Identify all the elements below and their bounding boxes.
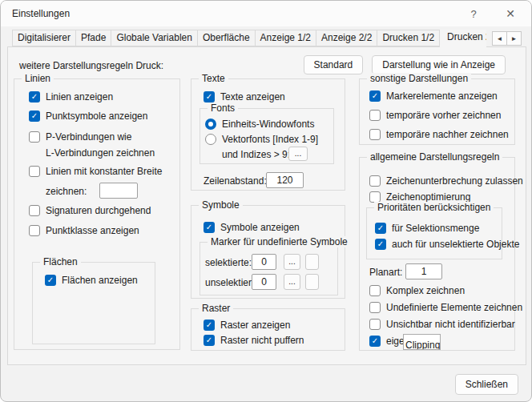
checkbox-unsichtbar[interactable]: Unsichtbar nicht identifizierbar [369,319,515,330]
checkbox-label[interactable]: Linien mit konstanter Breite [46,166,162,177]
checkbox-undefinierte-elemente[interactable]: Undefinierte Elemente zeichnen [369,302,522,313]
checkbox-unchecked-icon[interactable] [369,110,381,121]
checkbox-label[interactable]: Symbole anzeigen [220,222,300,233]
checkbox-unchecked-icon[interactable] [369,285,381,296]
tab-digitalisierer[interactable]: Digitalisierer [12,30,76,46]
checkbox-checked-icon[interactable] [375,223,386,234]
unselektierte-ellipsis-button[interactable]: ... [284,274,300,290]
checkbox-auch-unselektierte[interactable]: auch für unselektierte Objekte [375,239,519,250]
planart-input[interactable] [405,263,442,279]
close-icon[interactable]: ✕ [494,1,526,26]
checkbox-temporaere-vorher[interactable]: temporäre vorher zeichnen [369,110,501,121]
tab-anzeige-2-2[interactable]: Anzeige 2/2 [316,30,377,46]
radio-label[interactable]: Einheits-Windowfonts [222,119,314,130]
checkbox-raster-anzeigen[interactable]: Raster anzeigen [204,320,290,331]
vektorfonts-ellipsis-button[interactable]: ... [288,147,308,161]
checkbox-label[interactable]: Signaturen durchgehend [46,205,151,216]
radio-einheits-windowfonts[interactable]: Einheits-Windowfonts [205,119,314,130]
tab-pfade[interactable]: Pfade [75,30,111,46]
clipping-edit-box[interactable]: Clipping [403,334,441,350]
checkbox-label[interactable]: auch für unselektierte Objekte [392,239,519,250]
checkbox-komplex-zeichnen[interactable]: Komplex zeichnen [369,285,465,296]
checkbox-label[interactable]: Undefinierte Elemente zeichnen [386,302,522,313]
checkbox-checked-icon[interactable] [375,239,386,250]
checkbox-unchecked-icon[interactable] [29,131,40,143]
radio-unselected-icon[interactable] [205,134,216,145]
checkbox-label[interactable]: Zeichenoptimierung [386,191,470,203]
checkbox-label[interactable]: temporäre vorher zeichnen [386,110,501,121]
checkbox-p-verbindungen[interactable]: P-Verbindungen wie [29,131,131,143]
checkbox-label[interactable]: Raster nicht puffern [220,335,304,346]
checkbox-checked-icon[interactable] [204,222,215,233]
zeilenabstand-input[interactable] [266,172,304,188]
checkbox-label[interactable]: Zeichenunterbrechung zulassen [386,175,523,187]
selektierte-preview-box[interactable] [305,254,319,270]
checkbox-unchecked-icon[interactable] [369,129,381,140]
checkbox-zeichenoptimierung[interactable]: Zeichenoptimierung [369,191,470,203]
checkbox-label[interactable]: Komplex zeichnen [386,285,465,296]
checkbox-flaechen-anzeigen[interactable]: Flächen anzeigen [45,275,138,286]
checkbox-raster-nicht-puffern[interactable]: Raster nicht puffern [204,335,304,346]
checkbox-symbole-anzeigen[interactable]: Symbole anzeigen [204,222,300,233]
checkbox-unchecked-icon[interactable] [29,225,40,236]
checkbox-konstante-breite[interactable]: Linien mit konstanter Breite [29,166,162,177]
group-flaechen-title: Flächen [40,256,81,267]
checkbox-fuer-selektionsmenge[interactable]: für Selektionsmenge [375,223,479,234]
checkbox-label[interactable]: Punktklasse anzeigen [46,225,139,236]
checkbox-zeichenunterbrechung[interactable]: Zeichenunterbrechung zulassen [369,175,523,187]
checkbox-checked-icon[interactable] [45,275,56,286]
radio-selected-icon[interactable] [205,119,216,130]
checkbox-texte-anzeigen[interactable]: Texte anzeigen [204,91,285,103]
checkbox-checked-icon[interactable] [369,336,381,347]
checkbox-label[interactable]: temporäre nachher zeichnen [386,129,509,140]
checkbox-checked-icon[interactable] [29,111,40,122]
checkbox-linien-anzeigen[interactable]: Linien anzeigen [29,91,113,103]
checkbox-unchecked-icon[interactable] [369,175,381,187]
checkbox-label[interactable]: Texte anzeigen [220,91,285,103]
standard-button[interactable]: Standard [304,55,364,74]
tab-scroll-right-icon[interactable]: ► [506,31,522,46]
unselektierte-input[interactable] [252,274,276,290]
checkbox-label[interactable]: Linien anzeigen [46,91,113,103]
group-symbole-title: Symbole [199,199,243,211]
checkbox-label[interactable]: für Selektionsmenge [392,223,479,234]
help-icon[interactable]: ? [457,1,490,26]
checkbox-checked-icon[interactable] [204,320,215,331]
checkbox-label[interactable]: Markerelemente anzeigen [386,90,498,102]
tab-globale-variablen[interactable]: Globale Variablen [111,30,198,46]
schliessen-button[interactable]: Schließen [455,374,518,395]
checkbox-label[interactable]: Raster anzeigen [220,320,290,331]
checkbox-unchecked-icon[interactable] [369,302,381,313]
checkbox-punktsymbole-anzeigen[interactable]: Punktsymbole anzeigen [29,111,147,122]
checkbox-markerelemente-anzeigen[interactable]: Markerelemente anzeigen [369,90,498,102]
tab-anzeige-1-2[interactable]: Anzeige 1/2 [255,30,316,46]
checkbox-label[interactable]: Flächen anzeigen [62,275,138,286]
checkbox-p-verbindungen-line2[interactable]: L-Verbindungen zeichnen [46,147,155,159]
checkbox-checked-icon[interactable] [204,91,215,103]
radio-label[interactable]: Vektorfonts [Index 1-9] [222,134,318,145]
checkbox-label[interactable]: Unsichtbar nicht identifizierbar [386,319,515,330]
checkbox-temporaere-nachher[interactable]: temporäre nachher zeichnen [369,129,509,140]
tab-drucken-1-2[interactable]: Drucken 1/2 [377,30,440,46]
tab-drucken-2-2-active[interactable]: Drucken 2/2 [439,30,486,47]
checkbox-unchecked-icon[interactable] [369,191,381,203]
checkbox-punktklasse-anzeigen[interactable]: Punktklasse anzeigen [29,225,139,236]
selektierte-input[interactable] [252,254,276,270]
checkbox-label[interactable]: Punktsymbole anzeigen [46,111,147,122]
tab-oberflaeche[interactable]: Oberfläche [197,30,256,46]
darstellung-wie-in-anzeige-button[interactable]: Darstellung wie in Anzeige [372,55,506,74]
group-sonstige-darstellungen: sonstige Darstellungen Markerelemente an… [359,78,515,145]
unselektierte-preview-box[interactable] [305,274,319,290]
checkbox-unchecked-icon[interactable] [29,205,40,216]
checkbox-checked-icon[interactable] [369,90,381,102]
checkbox-checked-icon[interactable] [204,335,215,346]
checkbox-label[interactable]: P-Verbindungen wie [46,131,131,143]
checkbox-checked-icon[interactable] [29,91,40,103]
checkbox-signaturen-durchgehend[interactable]: Signaturen durchgehend [29,205,151,216]
checkbox-unchecked-icon[interactable] [29,166,40,177]
selektierte-ellipsis-button[interactable]: ... [284,254,300,270]
radio-vektorfonts[interactable]: Vektorfonts [Index 1-9] [205,134,318,145]
zeichnen-input[interactable] [99,183,138,199]
tab-scroll-left-icon[interactable]: ◄ [492,31,507,46]
checkbox-unchecked-icon[interactable] [369,319,381,330]
